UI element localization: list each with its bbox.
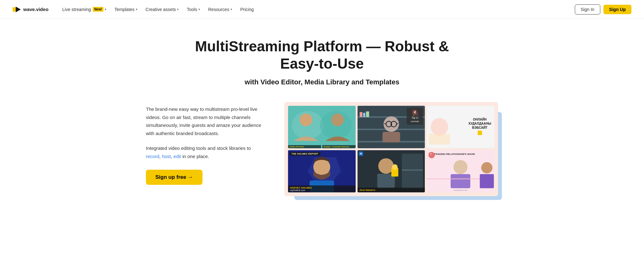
header: wave.video Live streaming New! ▾ Templat… [0, 0, 644, 19]
video-grid: Ashley Perriman Bradley - Customer Succe… [288, 106, 494, 192]
svg-rect-32 [402, 169, 423, 170]
description-1: The brand-new easy way to multistream pr… [146, 105, 265, 137]
chevron-down-icon: ▾ [230, 8, 232, 11]
unmute-overlay: 🔇 Tap to unmute [407, 108, 423, 125]
overlay-line-1: ОНЛАЙН [469, 117, 491, 122]
svg-point-38 [453, 160, 468, 174]
svg-rect-13 [366, 111, 369, 117]
video-cell-6: T T TRADING RELATIONSHIPS SHOW contestar… [427, 150, 494, 192]
hero-section: MultiStreaming Platform — Robust & Easy-… [0, 19, 644, 209]
cell6-url: contestarise.com [427, 189, 494, 191]
report-banner: THE HOLMES REPORT [290, 152, 320, 156]
video-thumbnail-1 [288, 106, 356, 148]
new-badge: New! [93, 7, 103, 12]
hero-title: MultiStreaming Platform — Robust & Easy-… [187, 38, 457, 72]
svg-point-43 [481, 162, 493, 173]
cell6-logo-circle: T [429, 152, 433, 156]
chevron-down-icon: ▾ [198, 8, 200, 11]
nav-templates[interactable]: Templates ▾ [111, 5, 141, 14]
chevron-down-icon: ▾ [136, 8, 137, 11]
guest-bar-1: Ashley Perriman Bradley - Customer Succe… [288, 145, 356, 148]
lower-third-url: mySHAKE.com [290, 189, 354, 191]
svg-rect-0 [13, 7, 16, 12]
video-cell-4: THE HOLMES REPORT HARVEY HOLMES mySHAKE.… [288, 150, 356, 192]
left-column: The brand-new easy way to multistream pr… [146, 102, 265, 185]
video-cell-3: ОНЛАЙН ХУДАЛДААНЫ ВЭБСАЙТ [427, 106, 494, 148]
right-column: Ashley Perriman Bradley - Customer Succe… [284, 102, 498, 196]
nav-live-streaming[interactable]: Live streaming New! ▾ [58, 5, 110, 14]
sign-up-button[interactable]: Sign Up [603, 5, 631, 14]
chevron-down-icon: ▾ [177, 8, 179, 11]
nav-creative-assets[interactable]: Creative assets ▾ [142, 5, 182, 14]
guest-tag-1: Ashley Perriman [288, 145, 321, 148]
svg-marker-1 [16, 7, 21, 12]
nav-tools[interactable]: Tools ▾ [183, 5, 204, 14]
logo-text: wave.video [23, 7, 48, 12]
nav-resources[interactable]: Resources ▾ [204, 5, 236, 14]
guest-tag-2: Bradley - Customer Success [322, 145, 355, 148]
svg-rect-31 [402, 154, 423, 189]
lower-third-4: HARVEY HOLMES mySHAKE.com [288, 185, 356, 192]
record-link[interactable]: record [146, 154, 159, 159]
orange-square [478, 131, 482, 135]
edit-link[interactable]: edit [174, 154, 181, 159]
cell6-show-name: TRADING RELATIONSHIPS SHOW [434, 153, 475, 156]
overlay-line-2: ХУДАЛДААНЫ [469, 122, 491, 126]
host-link[interactable]: host [162, 154, 171, 159]
text-overlay: ОНЛАЙН ХУДАЛДААНЫ ВЭБСАЙТ [469, 117, 491, 136]
svg-rect-39 [451, 174, 470, 188]
video-thumbnail-5 [358, 150, 425, 192]
lower-third-5: Jose Navarro [358, 188, 425, 192]
svg-point-24 [431, 118, 448, 136]
overlay-line-3: ВЭБСАЙТ [469, 126, 491, 130]
lower-third-name-5: Jose Navarro [359, 189, 423, 191]
lower-third-name: HARVEY HOLMES [290, 186, 354, 189]
video-cell-5: M Jose Navarro [358, 150, 425, 192]
sign-in-button[interactable]: Sign In [575, 4, 601, 14]
cell6-logo: T TRADING RELATIONSHIPS SHOW [429, 152, 475, 156]
svg-rect-17 [382, 132, 400, 143]
video-grid-wrapper: Ashley Perriman Bradley - Customer Succe… [284, 102, 498, 196]
nav-pricing[interactable]: Pricing [236, 5, 258, 14]
sign-up-free-button[interactable]: Sign up free → [146, 170, 203, 185]
hero-subtitle: with Video Editor, Media Library and Tem… [245, 78, 399, 86]
video-thumbnail-6: T [427, 150, 494, 192]
svg-point-36 [392, 164, 397, 170]
video-cell-1: Ashley Perriman Bradley - Customer Succe… [288, 106, 356, 148]
header-actions: Sign In Sign Up [575, 4, 631, 14]
mute-icon: 🔇 [409, 109, 421, 116]
logo-icon [13, 6, 21, 13]
content-area: The brand-new easy way to multistream pr… [133, 102, 511, 196]
description-2: Integrated video editing tools and stock… [146, 144, 265, 160]
svg-point-6 [331, 114, 344, 126]
m-badge: M [359, 151, 363, 156]
svg-point-5 [300, 114, 312, 126]
video-cell-2: 🔇 Tap to unmute [358, 106, 425, 148]
svg-rect-12 [363, 113, 365, 117]
logo[interactable]: wave.video [13, 6, 48, 13]
chevron-down-icon: ▾ [105, 8, 106, 11]
svg-point-28 [313, 158, 330, 175]
main-nav: Live streaming New! ▾ Templates ▾ Creati… [58, 5, 575, 14]
svg-rect-11 [359, 112, 362, 117]
svg-rect-44 [480, 174, 494, 188]
svg-rect-25 [429, 134, 450, 145]
